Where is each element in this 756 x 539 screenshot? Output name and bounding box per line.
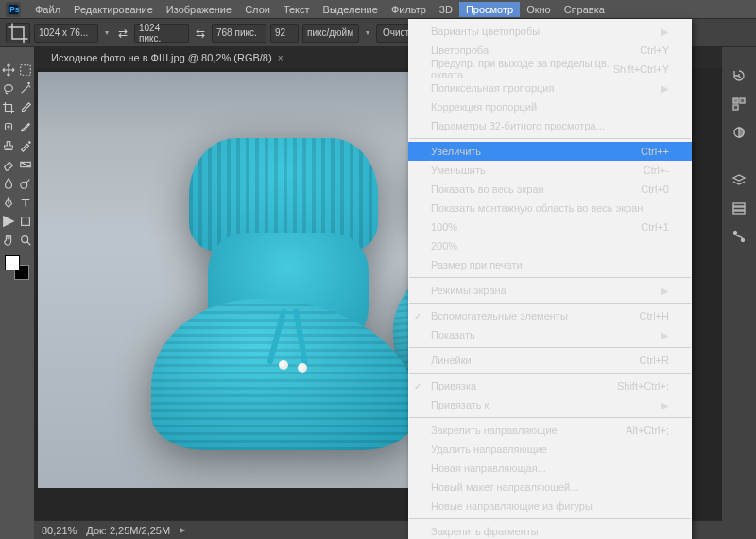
menu-row[interactable]: Варианты цветопробы▶ bbox=[408, 22, 692, 41]
check-icon: ✓ bbox=[414, 311, 421, 322]
menu-row[interactable]: Показать во весь экранCtrl+0 bbox=[408, 180, 692, 199]
path-tool-icon[interactable] bbox=[0, 213, 17, 230]
menu-row-shortcut: Alt+Ctrl+; bbox=[626, 425, 669, 436]
tool-palette bbox=[0, 47, 34, 539]
crop-height-field[interactable]: 768 пикс. bbox=[212, 24, 266, 43]
right-panel bbox=[722, 47, 756, 539]
stamp-tool-icon[interactable] bbox=[0, 137, 17, 154]
crop-res-field[interactable]: 92 bbox=[270, 24, 299, 43]
svg-rect-14 bbox=[733, 207, 745, 210]
menu-row[interactable]: Показать▶ bbox=[408, 325, 692, 344]
history-brush-icon[interactable] bbox=[17, 137, 34, 154]
type-tool-icon[interactable] bbox=[17, 194, 34, 211]
chevron-right-icon[interactable]: ▶ bbox=[180, 526, 185, 534]
menu-row[interactable]: Новая направляющая... bbox=[408, 459, 692, 478]
menu-row[interactable]: 200% bbox=[408, 236, 692, 255]
menu-item-текст[interactable]: Текст bbox=[277, 2, 317, 17]
close-icon[interactable]: × bbox=[278, 53, 284, 63]
menu-item-фильтр[interactable]: Фильтр bbox=[385, 2, 433, 17]
chevron-right-icon: ▶ bbox=[662, 400, 669, 410]
gradient-tool-icon[interactable] bbox=[17, 156, 34, 173]
menu-item-файл[interactable]: Файл bbox=[28, 2, 67, 17]
svg-rect-10 bbox=[740, 98, 745, 103]
menu-item-просмотр[interactable]: Просмотр bbox=[459, 2, 520, 17]
document-tab[interactable]: Исходное фото не в ФШ.jpg @ 80,2% (RGB/8… bbox=[43, 49, 291, 66]
menu-item-выделение[interactable]: Выделение bbox=[317, 2, 385, 17]
color-panel-icon[interactable] bbox=[729, 95, 749, 113]
menu-row[interactable]: Закрепить фрагменты bbox=[408, 522, 692, 539]
menu-row[interactable]: УвеличитьCtrl++ bbox=[408, 142, 692, 161]
zoom-level[interactable]: 80,21% bbox=[42, 525, 77, 536]
color-swatches[interactable] bbox=[5, 255, 29, 280]
chevron-right-icon: ▶ bbox=[662, 286, 669, 296]
menu-row[interactable]: ЦветопробаCtrl+Y bbox=[408, 41, 692, 60]
menu-row[interactable]: Режимы экрана▶ bbox=[408, 281, 692, 300]
eraser-tool-icon[interactable] bbox=[0, 156, 17, 173]
menu-row-label: Новый макет направляющей... bbox=[431, 481, 578, 493]
crop-tool-icon[interactable] bbox=[0, 99, 17, 116]
svg-rect-7 bbox=[22, 217, 30, 226]
crop-ratio-field[interactable]: 1024 x 76... bbox=[34, 24, 98, 43]
menu-row[interactable]: Размер при печати bbox=[408, 255, 692, 274]
adjustments-panel-icon[interactable] bbox=[729, 123, 749, 142]
menu-row-shortcut: Shift+Ctrl+Y bbox=[613, 63, 669, 75]
menu-item-редактирование[interactable]: Редактирование bbox=[67, 2, 160, 17]
menu-row[interactable]: Предупр. при выходе за пределы цв. охват… bbox=[408, 60, 692, 78]
menu-row[interactable]: Привязать к▶ bbox=[408, 395, 692, 414]
crop-tool-icon[interactable] bbox=[6, 23, 30, 43]
menu-item-слои[interactable]: Слои bbox=[238, 2, 277, 17]
menu-row[interactable]: ✓Вспомогательные элементыCtrl+H bbox=[408, 306, 692, 325]
menu-row-label: Привязать к bbox=[431, 399, 489, 410]
menu-row[interactable]: ЛинейкиCtrl+R bbox=[408, 351, 692, 370]
svg-rect-15 bbox=[733, 211, 745, 214]
svg-rect-13 bbox=[733, 203, 745, 206]
crop-width-field[interactable]: 1024 пикс. bbox=[134, 24, 189, 43]
menu-item-окно[interactable]: Окно bbox=[520, 2, 558, 17]
zoom-tool-icon[interactable] bbox=[17, 232, 34, 249]
marquee-tool-icon[interactable] bbox=[17, 61, 34, 78]
menu-row[interactable]: 100%Ctrl+1 bbox=[408, 217, 692, 236]
crop-units-field[interactable]: пикс/дюйм bbox=[302, 24, 359, 43]
menu-row-shortcut: Ctrl+R bbox=[640, 355, 669, 366]
paths-panel-icon[interactable] bbox=[729, 227, 749, 246]
heal-tool-icon[interactable] bbox=[0, 118, 17, 135]
shape-tool-icon[interactable] bbox=[17, 213, 34, 230]
channels-panel-icon[interactable] bbox=[729, 199, 749, 217]
menu-row-label: Варианты цветопробы bbox=[431, 26, 540, 37]
menu-row-label: Показать во весь экран bbox=[431, 183, 544, 195]
menu-row[interactable]: Попиксельная пропорция▶ bbox=[408, 78, 692, 97]
history-panel-icon[interactable] bbox=[729, 66, 749, 85]
move-tool-icon[interactable] bbox=[0, 61, 17, 78]
menu-item-изображение[interactable]: Изображение bbox=[160, 2, 238, 17]
swap-icon[interactable]: ⇄ bbox=[115, 26, 130, 40]
menu-item-справка[interactable]: Справка bbox=[558, 2, 611, 17]
pen-tool-icon[interactable] bbox=[0, 194, 17, 211]
menu-row[interactable]: ✓ПривязкаShift+Ctrl+; bbox=[408, 376, 692, 395]
menu-item-3d[interactable]: 3D bbox=[433, 2, 459, 17]
lasso-tool-icon[interactable] bbox=[0, 80, 17, 97]
blur-tool-icon[interactable] bbox=[0, 175, 17, 192]
menu-row-label: Закрепить направляющие bbox=[431, 425, 558, 436]
menu-row-label: Режимы экрана bbox=[431, 285, 507, 296]
brush-tool-icon[interactable] bbox=[17, 118, 34, 135]
layers-panel-icon[interactable] bbox=[729, 170, 749, 189]
menu-row-label: Новая направляющая... bbox=[431, 462, 546, 474]
menu-row: Параметры 32-битного просмотра... bbox=[408, 116, 692, 135]
menu-row-label: Попиксельная пропорция bbox=[431, 82, 554, 94]
menu-row-label: Размер при печати bbox=[431, 259, 523, 270]
menu-row-label: Предупр. при выходе за пределы цв. охват… bbox=[431, 58, 613, 80]
menu-row[interactable]: Новый макет направляющей... bbox=[408, 478, 692, 496]
svg-text:Ps: Ps bbox=[9, 6, 19, 14]
menu-row-label: Показать монтажную область во весь экран bbox=[431, 202, 643, 214]
link-icon[interactable]: ⇆ bbox=[193, 26, 208, 40]
menu-row: Коррекция пропорций bbox=[408, 97, 692, 116]
svg-rect-9 bbox=[733, 98, 738, 103]
menu-row[interactable]: Закрепить направляющиеAlt+Ctrl+; bbox=[408, 421, 692, 440]
wand-tool-icon[interactable] bbox=[17, 80, 34, 97]
dodge-tool-icon[interactable] bbox=[17, 175, 34, 192]
hand-tool-icon[interactable] bbox=[0, 232, 17, 249]
menu-separator bbox=[409, 347, 691, 348]
menu-row-label: Коррекция пропорций bbox=[431, 101, 537, 113]
menu-row[interactable]: УменьшитьCtrl+- bbox=[408, 161, 692, 180]
eyedrop-tool-icon[interactable] bbox=[17, 99, 34, 116]
